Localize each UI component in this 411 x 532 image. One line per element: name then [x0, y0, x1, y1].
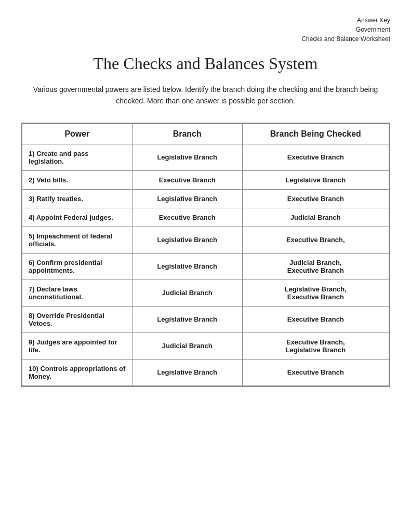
branch-cell-6: Legislative Branch	[132, 253, 242, 280]
description: Various governmental powers are listed b…	[21, 84, 390, 107]
table-row: 3) Ratify treaties.Legislative BranchExe…	[22, 189, 389, 208]
branch-cell-4: Executive Branch	[132, 208, 242, 227]
branch-cell-1: Legislative Branch	[132, 144, 242, 170]
header-info: Answer Key Government Checks and Balance…	[21, 16, 390, 44]
checked-cell-7: Legislative Branch,Executive Branch	[242, 280, 389, 306]
table-row: 6) Confirm presidential appointments.Leg…	[22, 253, 389, 280]
checked-cell-9: Executive Branch,Legislative Branch	[242, 332, 389, 359]
branch-cell-9: Judicial Branch	[132, 332, 242, 359]
checks-balances-table: Power Branch Branch Being Checked 1) Cre…	[22, 124, 389, 386]
power-cell-4: 4) Appoint Federal judges.	[22, 208, 132, 227]
table-row: 8) Override Presidential Vetoes.Legislat…	[22, 306, 389, 332]
power-cell-9: 9) Judges are appointed for life.	[22, 332, 132, 359]
power-cell-10: 10) Controls appropriations of Money.	[22, 359, 132, 385]
checked-cell-6: Judicial Branch,Executive Branch	[242, 253, 389, 280]
power-cell-8: 8) Override Presidential Vetoes.	[22, 306, 132, 332]
checked-cell-8: Executive Branch	[242, 306, 389, 332]
branch-cell-8: Legislative Branch	[132, 306, 242, 332]
header-line2: Government	[356, 26, 390, 33]
branch-cell-3: Legislative Branch	[132, 189, 242, 208]
checked-cell-2: Legislative Branch	[242, 170, 389, 189]
table-row: 1) Create and pass legislation.Legislati…	[22, 144, 389, 170]
power-cell-5: 5) Impeachment of federal officials.	[22, 227, 132, 253]
power-cell-7: 7) Declare laws unconstitutional.	[22, 280, 132, 306]
power-cell-6: 6) Confirm presidential appointments.	[22, 253, 132, 280]
table-row: 9) Judges are appointed for life.Judicia…	[22, 332, 389, 359]
table-row: 4) Appoint Federal judges.Executive Bran…	[22, 208, 389, 227]
col-header-power: Power	[22, 124, 132, 144]
table-header-row: Power Branch Branch Being Checked	[22, 124, 389, 144]
power-cell-2: 2) Veto bills.	[22, 170, 132, 189]
table-row: 5) Impeachment of federal officials.Legi…	[22, 227, 389, 253]
branch-cell-10: Legislative Branch	[132, 359, 242, 385]
power-cell-1: 1) Create and pass legislation.	[22, 144, 132, 170]
checked-cell-4: Judicial Branch	[242, 208, 389, 227]
table-row: 2) Veto bills.Executive BranchLegislativ…	[22, 170, 389, 189]
power-cell-3: 3) Ratify treaties.	[22, 189, 132, 208]
checked-cell-1: Executive Branch	[242, 144, 389, 170]
branch-cell-5: Legislative Branch	[132, 227, 242, 253]
header-line3: Checks and Balance Worksheet	[301, 35, 390, 43]
branch-cell-7: Judicial Branch	[132, 280, 242, 306]
checked-cell-10: Executive Branch	[242, 359, 389, 385]
checked-cell-5: Executive Branch,	[242, 227, 389, 253]
col-header-branch: Branch	[132, 124, 242, 144]
checked-cell-3: Executive Branch	[242, 189, 389, 208]
table-row: 7) Declare laws unconstitutional.Judicia…	[22, 280, 389, 306]
header-line1: Answer Key	[357, 17, 390, 24]
col-header-checked: Branch Being Checked	[242, 124, 389, 144]
table-row: 10) Controls appropriations of Money.Leg…	[22, 359, 389, 385]
page-title: The Checks and Balances System	[21, 54, 390, 73]
main-table-wrapper: Power Branch Branch Being Checked 1) Cre…	[21, 123, 390, 387]
branch-cell-2: Executive Branch	[132, 170, 242, 189]
